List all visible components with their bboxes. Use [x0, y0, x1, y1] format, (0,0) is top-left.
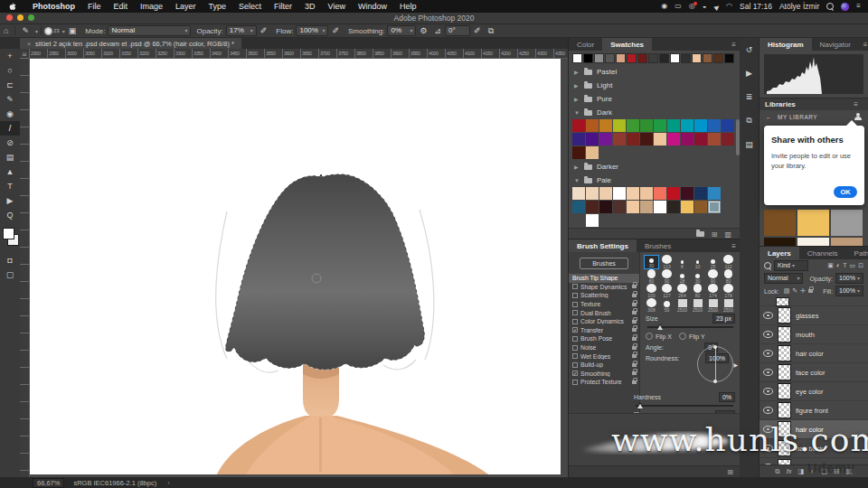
swatch[interactable]	[627, 53, 637, 63]
swatch[interactable]	[572, 119, 585, 132]
library-color-asset[interactable]	[764, 210, 796, 236]
section-checkbox[interactable]	[572, 336, 578, 342]
library-color-asset[interactable]	[797, 210, 829, 236]
tab-swatches[interactable]: Swatches	[602, 38, 652, 51]
swatch[interactable]	[670, 53, 680, 63]
brush-tip-50[interactable]: 50	[659, 298, 675, 313]
swatch[interactable]	[654, 119, 666, 132]
tab-histogram[interactable]: Histogram	[760, 38, 812, 51]
swatch[interactable]	[640, 201, 653, 213]
layer-style-fx-icon[interactable]: fx	[787, 467, 792, 475]
layer-thumbnail[interactable]	[776, 297, 789, 306]
ok-button[interactable]: OK	[834, 186, 857, 198]
zoom-level-field[interactable]: 66,67%	[33, 478, 64, 488]
brush-section-brush-pose[interactable]: Brush Pose	[569, 334, 639, 343]
gradient-tool[interactable]: ▤	[0, 150, 20, 164]
section-checkbox[interactable]	[572, 284, 578, 289]
swatch[interactable]	[572, 53, 582, 63]
swatch[interactable]	[681, 119, 693, 132]
swatch[interactable]	[640, 119, 653, 132]
size-slider[interactable]	[647, 324, 733, 331]
brush-tip-308[interactable]: 308	[644, 298, 659, 313]
swatch[interactable]	[572, 201, 585, 213]
new-brush-icon[interactable]: ⊞	[727, 468, 733, 476]
swatch[interactable]	[654, 201, 666, 213]
canvas-artboard[interactable]	[29, 58, 561, 474]
swatch[interactable]	[694, 187, 707, 200]
section-checkbox[interactable]: ✓	[572, 371, 578, 376]
swatch[interactable]	[640, 133, 653, 145]
input-source[interactable]: Atölye İzmir	[779, 2, 819, 11]
layer-thumbnail[interactable]	[778, 402, 791, 418]
close-document-icon[interactable]: ×	[27, 41, 31, 47]
tab-navigator[interactable]: Navigator	[812, 38, 859, 51]
airbrush-icon[interactable]: ✐	[332, 27, 339, 35]
swatch-group-darker[interactable]: ▶Darker	[569, 160, 741, 174]
actions-icon[interactable]: ▶	[746, 69, 752, 78]
section-checkbox[interactable]	[572, 353, 578, 359]
panel-menu-icon[interactable]: ≡	[727, 38, 741, 51]
swatch[interactable]	[654, 187, 666, 200]
screen-mode-icon[interactable]: ▢	[0, 267, 20, 282]
menu-type[interactable]: Type	[203, 2, 233, 11]
location-arrow-icon[interactable]: ▶	[712, 3, 721, 11]
brush-tip-90[interactable]: 90	[659, 269, 675, 284]
brush-section-noise[interactable]: Noise	[569, 343, 639, 352]
swatch[interactable]	[586, 187, 599, 200]
layer-row[interactable]	[760, 297, 868, 306]
brush-tip-264[interactable]: 264	[675, 284, 690, 298]
layer-row-eye-color[interactable]: eye color	[760, 382, 868, 401]
move-tool[interactable]: +	[0, 49, 20, 63]
swatch[interactable]	[667, 201, 680, 213]
menu-window[interactable]: Window	[352, 2, 393, 11]
brush-tip-174[interactable]: 174	[705, 284, 721, 298]
swatch-group-pastel[interactable]: ▶Pastel	[569, 65, 741, 79]
swatch[interactable]	[681, 133, 693, 145]
menu-photoshop[interactable]: Photoshop	[26, 2, 81, 11]
menu-3d[interactable]: 3D	[298, 2, 322, 11]
brush-tip-25[interactable]: 25	[705, 255, 721, 269]
swatch[interactable]	[692, 53, 702, 63]
swatch[interactable]	[708, 187, 721, 200]
layer-row-mouth[interactable]: mouth	[760, 325, 868, 344]
link-layers-icon[interactable]: ⧉	[775, 467, 779, 476]
brush-tip-2500[interactable]: 2500	[675, 298, 690, 313]
swatch[interactable]	[586, 133, 599, 145]
tab-channels[interactable]: Channels	[799, 247, 846, 259]
spotlight-search-icon[interactable]	[826, 3, 834, 10]
blend-mode-select[interactable]: Normal▾	[764, 273, 803, 284]
library-color-asset[interactable]	[831, 210, 863, 236]
tab-brushes[interactable]: Brushes	[637, 239, 679, 252]
quick-mask-icon[interactable]: ◘	[0, 253, 20, 267]
lasso-tool[interactable]: ○	[0, 63, 20, 78]
section-checkbox[interactable]	[572, 293, 578, 298]
layer-row-hair-color[interactable]: hair color	[760, 344, 868, 363]
layer-row-glasses[interactable]: glasses	[760, 306, 868, 325]
flow-field[interactable]: 100%▾	[296, 25, 328, 36]
expand-arrow-icon[interactable]: ▶	[574, 164, 580, 170]
tab-paths[interactable]: Paths	[846, 247, 868, 259]
swatch[interactable]	[586, 119, 599, 132]
menu-edit[interactable]: Edit	[108, 2, 135, 11]
swatch[interactable]	[637, 53, 647, 63]
swatch[interactable]	[599, 187, 612, 200]
flip-x-checkbox[interactable]	[646, 333, 653, 340]
brush-tip-123[interactable]: 123	[659, 255, 675, 269]
libraries-panel-header[interactable]: Libraries ≡	[760, 98, 868, 110]
menu-clock[interactable]: Sal 17:16	[740, 2, 772, 11]
brush-section-wet-edges[interactable]: Wet Edges	[569, 352, 639, 361]
section-checkbox[interactable]	[572, 380, 578, 385]
brushes-button[interactable]: Brushes	[580, 258, 628, 269]
swatch[interactable]	[627, 119, 639, 132]
tab-brush-settings[interactable]: Brush Settings	[569, 239, 637, 252]
brush-section-shape-dynamics[interactable]: Shape Dynamics	[569, 283, 639, 292]
type-tool[interactable]: T	[0, 179, 20, 193]
smoothing-field[interactable]: 0%▾	[387, 25, 416, 36]
swatch[interactable]	[613, 133, 626, 145]
brush-section-build-up[interactable]: Build-up	[569, 361, 639, 370]
visibility-eye-icon[interactable]	[763, 331, 773, 338]
history-icon[interactable]: ↺	[746, 45, 753, 54]
brush-tool-icon[interactable]: ✎	[22, 27, 29, 35]
swatch[interactable]	[599, 201, 612, 213]
brush-tip-80[interactable]: 80	[721, 269, 736, 284]
